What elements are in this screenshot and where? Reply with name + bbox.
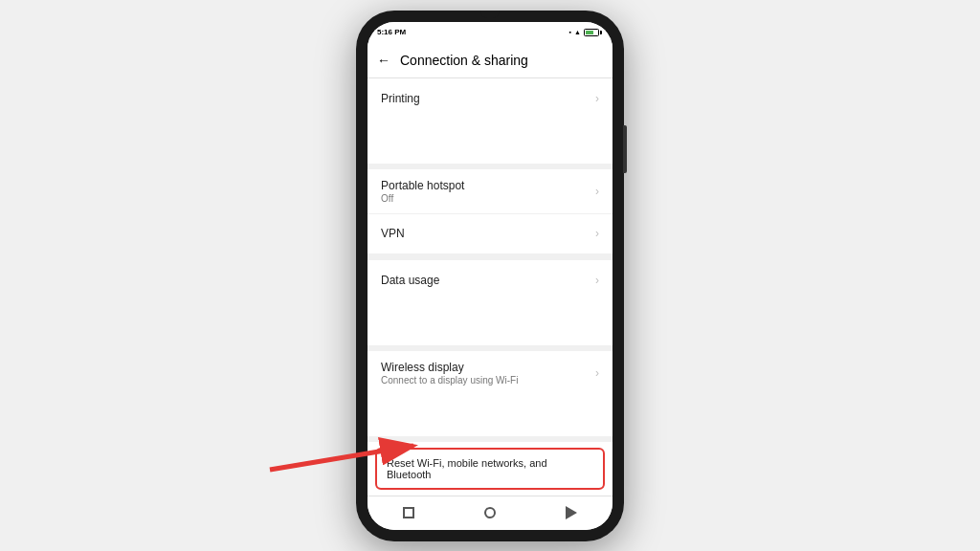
vpn-label: VPN: [381, 227, 405, 240]
volume-button: [623, 125, 627, 173]
menu-item-vpn[interactable]: VPN ›: [368, 214, 612, 254]
page-header: ← Connection & sharing: [368, 43, 612, 78]
home-icon: [484, 507, 496, 518]
reset-section: Reset Wi-Fi, mobile networks, and Blueto…: [368, 442, 612, 496]
printing-chevron-icon: ›: [595, 92, 599, 105]
reset-left: Reset Wi-Fi, mobile networks, and Blueto…: [387, 457, 593, 480]
phone-frame: 5:16 PM ▪ ▲ ← Connection & sharing: [356, 11, 624, 541]
hotspot-label: Portable hotspot: [381, 179, 464, 192]
back-button[interactable]: ←: [377, 53, 390, 68]
section-data: Data usage ›: [368, 260, 612, 345]
wifi-icon: ▲: [574, 29, 581, 35]
recents-button[interactable]: [390, 498, 428, 527]
screen-content: Printing › Portable hotspot Off: [368, 78, 612, 496]
status-icons: ▪ ▲: [569, 29, 599, 36]
data-usage-label: Data usage: [381, 274, 439, 287]
section-wireless: Wireless display Connect to a display us…: [368, 351, 612, 436]
wireless-chevron-icon: ›: [595, 366, 599, 380]
wireless-label: Wireless display: [381, 361, 518, 374]
back-nav-button[interactable]: [552, 498, 590, 527]
status-bar: 5:16 PM ▪ ▲: [368, 22, 612, 43]
menu-item-reset-wifi[interactable]: Reset Wi-Fi, mobile networks, and Blueto…: [375, 448, 605, 490]
battery-icon: [584, 29, 599, 36]
nav-bar: [368, 496, 612, 530]
hotspot-chevron-icon: ›: [595, 185, 599, 198]
vpn-chevron-icon: ›: [595, 227, 599, 240]
back-nav-icon: [566, 506, 577, 519]
phone-wrapper: 5:16 PM ▪ ▲ ← Connection & sharing: [0, 0, 980, 551]
wireless-left: Wireless display Connect to a display us…: [381, 361, 518, 386]
menu-item-data-usage[interactable]: Data usage ›: [368, 260, 612, 300]
menu-item-portable-hotspot[interactable]: Portable hotspot Off ›: [368, 169, 612, 214]
phone-screen: 5:16 PM ▪ ▲ ← Connection & sharing: [368, 22, 612, 530]
section-connectivity: Portable hotspot Off › VPN ›: [368, 169, 612, 254]
battery-fill: [586, 31, 593, 34]
data-usage-left: Data usage: [381, 274, 439, 287]
menu-item-printing-left: Printing: [381, 92, 420, 105]
vpn-left: VPN: [381, 227, 405, 240]
printing-label: Printing: [381, 92, 420, 105]
reset-label: Reset Wi-Fi, mobile networks, and Blueto…: [387, 457, 593, 480]
status-time: 5:16 PM: [377, 28, 406, 36]
menu-item-wireless-display[interactable]: Wireless display Connect to a display us…: [368, 351, 612, 395]
recents-icon: [403, 507, 414, 518]
data-usage-chevron-icon: ›: [595, 274, 599, 287]
menu-item-printing[interactable]: Printing ›: [368, 78, 612, 119]
section-printing: Printing ›: [368, 78, 612, 164]
notch: [480, 11, 500, 18]
sim-icon: ▪: [569, 29, 571, 35]
home-button[interactable]: [471, 498, 509, 527]
wireless-subtitle: Connect to a display using Wi-Fi: [381, 375, 518, 386]
hotspot-status: Off: [381, 193, 464, 204]
page-title: Connection & sharing: [400, 53, 528, 68]
hotspot-left: Portable hotspot Off: [381, 179, 464, 204]
